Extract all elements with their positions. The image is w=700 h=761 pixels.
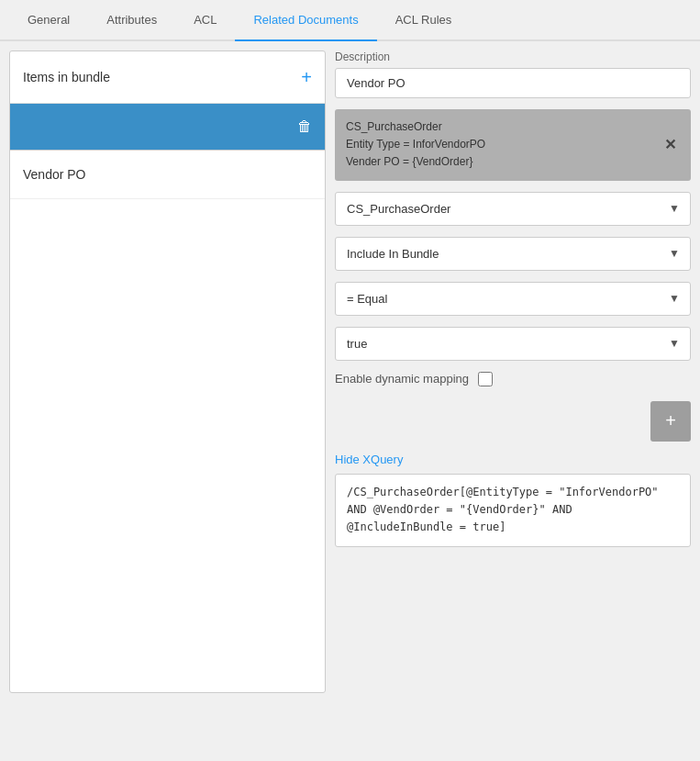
info-box-text: CS_PurchaseOrder Entity Type = InforVend… xyxy=(346,118,485,172)
delete-icon[interactable]: 🗑 xyxy=(297,118,312,135)
description-input[interactable] xyxy=(335,68,691,98)
dropdown2-wrapper: Include In Bundle ▼ xyxy=(335,237,691,271)
bundle-header: Items in bundle + xyxy=(10,51,325,104)
dynamic-mapping-label: Enable dynamic mapping xyxy=(335,372,469,386)
description-label: Description xyxy=(335,50,691,63)
bundle-vendor-po-row[interactable]: Vendor PO xyxy=(10,150,325,199)
bundle-add-button[interactable]: + xyxy=(301,68,312,86)
tab-acl-rules[interactable]: ACL Rules xyxy=(377,0,471,41)
vendor-po-label: Vendor PO xyxy=(23,167,86,182)
info-box: CS_PurchaseOrder Entity Type = InforVend… xyxy=(335,109,691,181)
add-button-row: + xyxy=(335,401,691,442)
main-content: Items in bundle + 🗑 Vendor PO Descriptio… xyxy=(0,41,700,702)
tab-bar: General Attributes ACL Related Documents… xyxy=(0,0,700,41)
info-line3: Vender PO = {VendOrder} xyxy=(346,153,485,171)
dropdown2-select[interactable]: Include In Bundle xyxy=(335,237,691,271)
bundle-box: Items in bundle + 🗑 Vendor PO xyxy=(9,50,326,693)
description-field-group: Description xyxy=(335,50,691,98)
dropdown1-wrapper: CS_PurchaseOrder ▼ xyxy=(335,192,691,226)
left-panel: Items in bundle + 🗑 Vendor PO xyxy=(9,50,326,693)
info-line2: Entity Type = InforVendorPO xyxy=(346,136,485,153)
tab-acl[interactable]: ACL xyxy=(175,0,235,41)
tab-related-documents[interactable]: Related Documents xyxy=(235,0,376,41)
dropdown1-select[interactable]: CS_PurchaseOrder xyxy=(335,192,691,226)
dropdown3-wrapper: = Equal ▼ xyxy=(335,282,691,316)
hide-xquery-link[interactable]: Hide XQuery xyxy=(335,453,691,466)
bundle-selected-row[interactable]: 🗑 xyxy=(10,104,325,150)
tab-attributes[interactable]: Attributes xyxy=(88,0,175,41)
right-panel: Description CS_PurchaseOrder Entity Type… xyxy=(335,50,691,693)
add-rule-button[interactable]: + xyxy=(650,401,691,442)
dropdown4-wrapper: true ▼ xyxy=(335,327,691,361)
dynamic-mapping-row: Enable dynamic mapping xyxy=(335,372,691,386)
tab-general[interactable]: General xyxy=(9,0,88,41)
dropdown4-select[interactable]: true xyxy=(335,327,691,361)
dynamic-mapping-checkbox[interactable] xyxy=(478,372,493,386)
info-box-close-button[interactable]: ✕ xyxy=(661,136,680,153)
info-line1: CS_PurchaseOrder xyxy=(346,118,485,136)
bundle-header-title: Items in bundle xyxy=(23,70,110,84)
xquery-box: /CS_PurchaseOrder[@EntityType = "InforVe… xyxy=(335,474,691,547)
dropdown3-select[interactable]: = Equal xyxy=(335,282,691,316)
